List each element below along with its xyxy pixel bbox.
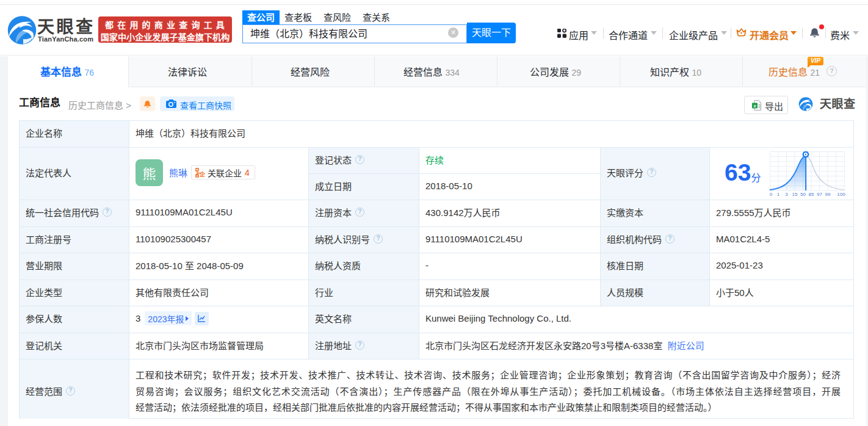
svg-text:0: 0 bbox=[770, 192, 773, 197]
svg-text:85: 85 bbox=[809, 192, 814, 197]
svg-text:50: 50 bbox=[800, 192, 806, 197]
svg-text:97: 97 bbox=[817, 192, 822, 197]
svg-text:1: 1 bbox=[777, 192, 780, 197]
svg-text:企: 企 bbox=[199, 171, 205, 178]
svg-text:100: 100 bbox=[837, 192, 846, 197]
svg-text:99: 99 bbox=[825, 192, 831, 197]
svg-text:15: 15 bbox=[792, 192, 798, 197]
svg-text:3: 3 bbox=[786, 192, 789, 197]
